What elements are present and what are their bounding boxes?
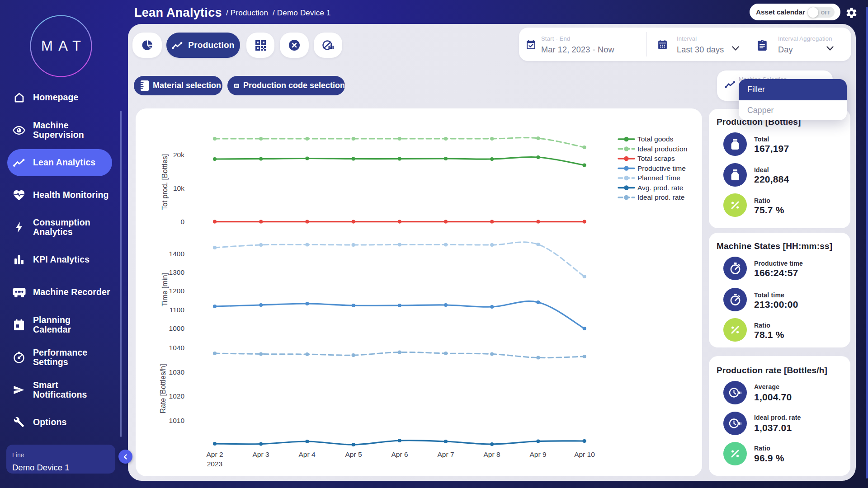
svg-text:0: 0 — [180, 218, 184, 225]
svg-text:1040: 1040 — [169, 344, 185, 352]
svg-text:Apr 3: Apr 3 — [252, 450, 269, 458]
svg-text:Ideal production: Ideal production — [637, 145, 687, 153]
svg-text:Apr 5: Apr 5 — [345, 450, 362, 458]
svg-text:Ideal prod. rate: Ideal prod. rate — [637, 193, 684, 201]
svg-text:Tot prod. [Bottles]: Tot prod. [Bottles] — [161, 154, 169, 211]
svg-text:Apr 9: Apr 9 — [529, 450, 546, 458]
svg-text:10k: 10k — [173, 184, 184, 192]
svg-text:1100: 1100 — [170, 306, 185, 314]
svg-text:Apr 10: Apr 10 — [574, 450, 595, 458]
svg-text:2023: 2023 — [207, 460, 222, 468]
svg-text:1020: 1020 — [169, 392, 185, 400]
svg-text:1030: 1030 — [169, 368, 185, 376]
svg-text:Apr 4: Apr 4 — [298, 450, 315, 458]
svg-text:Planned Time: Planned Time — [637, 174, 680, 182]
svg-text:1300: 1300 — [169, 268, 185, 276]
svg-text:Apr 6: Apr 6 — [391, 450, 408, 458]
svg-text:Time [min]: Time [min] — [161, 273, 169, 306]
svg-text:Productive time: Productive time — [637, 164, 686, 172]
svg-text:20k: 20k — [173, 151, 184, 159]
svg-text:Apr 7: Apr 7 — [437, 450, 454, 458]
svg-text:Avg. prod. rate: Avg. prod. rate — [637, 184, 683, 192]
svg-text:Apr 2: Apr 2 — [206, 450, 223, 458]
svg-text:1400: 1400 — [169, 250, 185, 258]
svg-text:Apr 8: Apr 8 — [483, 450, 500, 458]
svg-text:1000: 1000 — [169, 324, 185, 332]
svg-text:1010: 1010 — [169, 417, 185, 424]
svg-text:Rate [Bottles/h]: Rate [Bottles/h] — [159, 364, 167, 413]
svg-text:Total scraps: Total scraps — [637, 155, 675, 162]
svg-text:1200: 1200 — [169, 287, 185, 295]
svg-text:Total goods: Total goods — [637, 135, 674, 143]
